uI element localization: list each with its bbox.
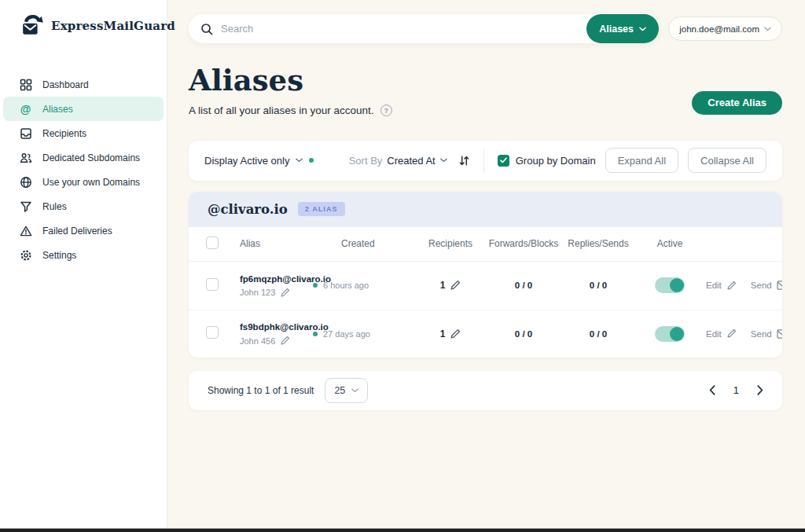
checkbox-checked-icon bbox=[498, 155, 509, 167]
alias-description[interactable]: John 123 bbox=[240, 288, 313, 298]
forwards-cell: 0 / 0 bbox=[515, 329, 532, 339]
active-filter-dot bbox=[309, 158, 314, 163]
gear-icon bbox=[19, 248, 32, 262]
sidebar-item-recipients[interactable]: Recipients bbox=[3, 121, 164, 145]
alias-description[interactable]: John 456 bbox=[240, 336, 313, 346]
prev-page-button[interactable] bbox=[709, 385, 715, 395]
sidebar-item-aliases[interactable]: @ Aliases bbox=[3, 97, 164, 121]
search-scope-button[interactable]: Aliases bbox=[586, 14, 659, 43]
group-by-domain-checkbox[interactable]: Group by Domain bbox=[498, 155, 596, 167]
sidebar-item-own-domains[interactable]: Use your own Domains bbox=[3, 170, 164, 194]
filter-bar: Display Active only Sort By Created At bbox=[189, 141, 782, 181]
sidebar-item-label: Failed Deliveries bbox=[42, 226, 112, 237]
bottom-edge-bar bbox=[0, 528, 805, 532]
page-title: Aliases bbox=[189, 65, 392, 96]
status-dot bbox=[313, 332, 318, 336]
page-subtitle: A list of all your aliases in your accou… bbox=[189, 105, 374, 116]
recipients-cell: 1 bbox=[440, 328, 461, 339]
sidebar-item-settings[interactable]: Settings bbox=[3, 243, 164, 267]
sort-dropdown[interactable]: Sort By Created At bbox=[349, 155, 447, 167]
pagination-bar: Showing 1 to 1 of 1 result 25 1 bbox=[189, 371, 782, 410]
sidebar-item-label: Settings bbox=[42, 250, 76, 261]
replies-cell: 0 / 0 bbox=[590, 329, 607, 339]
column-header-replies: Replies/Sends bbox=[568, 238, 628, 249]
results-summary: Showing 1 to 1 of 1 result bbox=[208, 385, 314, 396]
chevron-down-icon bbox=[296, 158, 303, 163]
send-button[interactable]: Send bbox=[751, 329, 782, 339]
edit-button[interactable]: Edit bbox=[706, 281, 737, 291]
sidebar-item-label: Use your own Domains bbox=[42, 177, 140, 188]
globe-icon bbox=[19, 175, 32, 189]
column-header-active: Active bbox=[657, 238, 683, 249]
pencil-icon bbox=[280, 336, 290, 346]
sidebar-item-label: Aliases bbox=[42, 104, 73, 115]
page-size-select[interactable]: 25 bbox=[325, 378, 368, 403]
pencil-icon bbox=[726, 328, 737, 339]
collapse-all-button[interactable]: Collapse All bbox=[688, 148, 766, 173]
pencil-icon[interactable] bbox=[450, 280, 461, 291]
domain-group-header[interactable]: @clivaro.io 2 ALIAS bbox=[189, 192, 782, 227]
envelope-icon bbox=[777, 329, 782, 339]
pencil-icon bbox=[280, 288, 290, 298]
sidebar-item-label: Dashboard bbox=[42, 79, 89, 90]
divider bbox=[483, 149, 484, 172]
display-filter-dropdown[interactable]: Display Active only bbox=[204, 155, 314, 167]
column-header-forwards: Forwards/Blocks bbox=[489, 238, 559, 249]
forwards-cell: 0 / 0 bbox=[515, 281, 532, 290]
sidebar: ExpressMailGuard Dashboard @ Aliases bbox=[0, 0, 167, 528]
chevron-down-icon bbox=[764, 27, 771, 31]
help-icon[interactable]: ? bbox=[380, 105, 392, 116]
recipients-cell: 1 bbox=[440, 280, 461, 291]
row-checkbox[interactable] bbox=[206, 326, 219, 339]
row-checkbox[interactable] bbox=[206, 278, 219, 291]
table-row: fp6mqzph@clivaro.io John 123 6 hours ago… bbox=[189, 262, 782, 310]
search-icon bbox=[200, 23, 213, 35]
sidebar-item-rules[interactable]: Rules bbox=[3, 194, 164, 218]
create-alias-button[interactable]: Create Alias bbox=[692, 91, 782, 115]
sidebar-item-dashboard[interactable]: Dashboard bbox=[3, 72, 164, 97]
main-content: Aliases john.doe@mail.com Aliases A list… bbox=[167, 0, 805, 528]
chevron-down-icon bbox=[440, 158, 447, 163]
column-header-alias: Alias bbox=[228, 238, 313, 249]
sidebar-item-label: Recipients bbox=[42, 128, 86, 139]
edit-button[interactable]: Edit bbox=[706, 328, 737, 339]
status-dot bbox=[313, 283, 318, 288]
table-row: fs9bdphk@clivaro.io John 456 27 days ago… bbox=[189, 310, 782, 358]
top-bar: Aliases john.doe@mail.com bbox=[189, 14, 782, 43]
page-header: Aliases A list of all your aliases in yo… bbox=[189, 65, 782, 116]
expand-all-button[interactable]: Expand All bbox=[605, 148, 678, 173]
column-header-recipients: Recipients bbox=[428, 238, 472, 249]
search-bar: Aliases bbox=[189, 14, 659, 43]
grid-icon bbox=[19, 78, 32, 91]
inbox-icon bbox=[19, 127, 32, 140]
search-input[interactable] bbox=[221, 23, 586, 35]
created-cell: 6 hours ago bbox=[313, 281, 417, 290]
next-page-button[interactable] bbox=[757, 385, 763, 395]
warning-icon bbox=[19, 224, 32, 237]
sidebar-item-failed-deliveries[interactable]: Failed Deliveries bbox=[3, 218, 164, 243]
active-toggle[interactable] bbox=[655, 277, 685, 293]
logo-text: ExpressMailGuard bbox=[51, 19, 175, 33]
select-all-checkbox[interactable] bbox=[206, 237, 219, 249]
sidebar-item-dedicated-subdomains[interactable]: Dedicated Subdomains bbox=[3, 145, 164, 170]
aliases-table: @clivaro.io 2 ALIAS Alias Created Recipi… bbox=[189, 192, 782, 358]
domain-name: @clivaro.io bbox=[208, 202, 288, 217]
pencil-icon bbox=[726, 281, 737, 291]
envelope-icon bbox=[777, 281, 782, 290]
chevron-down-icon bbox=[351, 388, 358, 393]
active-toggle[interactable] bbox=[655, 326, 685, 342]
sort-direction-icon[interactable] bbox=[458, 155, 470, 167]
logo[interactable]: ExpressMailGuard bbox=[0, 0, 167, 38]
pencil-icon[interactable] bbox=[450, 328, 461, 339]
sidebar-item-label: Dedicated Subdomains bbox=[42, 152, 140, 163]
user-menu[interactable]: john.doe@mail.com bbox=[668, 17, 782, 41]
sidebar-item-label: Rules bbox=[42, 201, 67, 212]
logo-icon bbox=[19, 13, 46, 38]
table-header-row: Alias Created Recipients Forwards/Blocks… bbox=[189, 227, 782, 262]
send-button[interactable]: Send bbox=[751, 281, 782, 290]
column-header-created: Created bbox=[313, 238, 417, 249]
current-page[interactable]: 1 bbox=[733, 384, 739, 396]
chevron-down-icon bbox=[639, 27, 646, 31]
at-icon: @ bbox=[19, 102, 32, 116]
users-icon bbox=[19, 151, 32, 164]
